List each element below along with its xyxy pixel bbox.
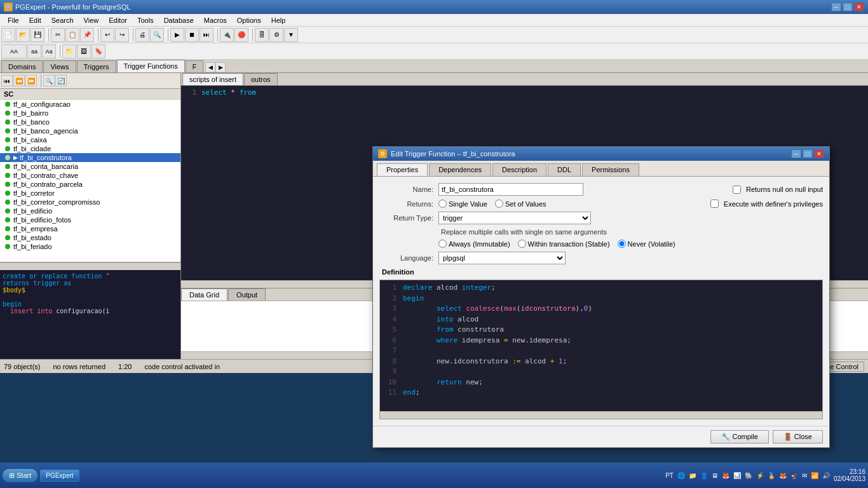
tree-item-16[interactable]: tf_bi_feriado — [0, 242, 180, 251]
tb-print[interactable]: 🖨 — [135, 28, 149, 42]
tree-item-1[interactable]: tf_bi_bairro — [0, 109, 180, 118]
start-button[interactable]: ⊞ Start — [3, 469, 37, 482]
tab-domains[interactable]: Domains — [1, 60, 43, 72]
menu-options[interactable]: Options — [232, 15, 266, 25]
menu-file[interactable]: File — [3, 15, 24, 25]
tb-open[interactable]: 📂 — [16, 28, 30, 42]
tb-disconnect[interactable]: 🔴 — [234, 28, 248, 42]
taskbar-icon-4[interactable]: 🦊 — [722, 472, 729, 479]
tree-area[interactable]: tf_ai_configuracao tf_bi_bairro tf_bi_ba… — [0, 100, 180, 262]
tab-outros[interactable]: outros — [244, 73, 278, 85]
tree-item-9[interactable]: tf_bi_contrato_parcela — [0, 180, 180, 189]
lt-next[interactable]: ⏩ — [25, 75, 37, 86]
dialog-tab-description[interactable]: Description — [492, 163, 546, 176]
code-inner[interactable]: 1234567891011 declare alcod integer; beg… — [380, 280, 822, 411]
tb-redo[interactable]: ↪ — [115, 28, 129, 42]
tree-item-6[interactable]: ▶tf_bi_construtora — [0, 153, 180, 162]
definer-checkbox[interactable] — [710, 200, 719, 208]
lt-prev[interactable]: ⏪ — [13, 75, 25, 86]
menu-macros[interactable]: Macros — [199, 15, 232, 25]
taskbar-icon-8[interactable]: 🏅 — [768, 472, 775, 479]
tb2-aa[interactable]: aa — [27, 44, 41, 58]
code-lines[interactable]: declare alcod integer; begin select coal… — [403, 283, 820, 409]
tb-extras[interactable]: ⚙ — [269, 28, 283, 42]
tab-datagrid[interactable]: Data Grid — [181, 288, 227, 301]
menu-view[interactable]: View — [79, 15, 104, 25]
tb-find[interactable]: 🔍 — [150, 28, 164, 42]
tree-item-0[interactable]: tf_ai_configuracao — [0, 100, 180, 109]
tab-output[interactable]: Output — [228, 288, 266, 301]
menu-search[interactable]: Search — [46, 15, 79, 25]
tab-triggers[interactable]: Triggers — [77, 60, 116, 72]
tb-copy[interactable]: 📋 — [65, 28, 79, 42]
tree-item-12[interactable]: tf_bi_edificio — [0, 207, 180, 215]
vol-stable-radio[interactable] — [518, 240, 526, 248]
tb2-mark[interactable]: 🔖 — [92, 44, 105, 58]
null-checkbox[interactable] — [733, 186, 741, 194]
taskbar-icon-9[interactable]: 🦊 — [779, 472, 787, 479]
dialog-tab-permissions[interactable]: Permissions — [582, 163, 639, 176]
tree-item-3[interactable]: tf_bi_banco_agencia — [0, 126, 180, 135]
taskbar-icon-6[interactable]: 🐘 — [745, 472, 752, 479]
dialog-close-button[interactable]: 🚪 Close — [773, 430, 823, 444]
code-definition-box[interactable]: 1234567891011 declare alcod integer; beg… — [379, 280, 823, 419]
menu-help[interactable]: Help — [266, 15, 291, 25]
tb-cut[interactable]: ✂ — [51, 28, 65, 42]
taskbar-icon-3[interactable]: 🖥 — [712, 472, 718, 479]
tab-prev[interactable]: ◀ — [205, 62, 215, 72]
menu-database[interactable]: Database — [159, 15, 199, 25]
tree-item-2[interactable]: tf_bi_banco — [0, 118, 180, 126]
tree-item-7[interactable]: tf_bi_conta_bancaria — [0, 162, 180, 171]
tb-schema[interactable]: 🗄 — [255, 28, 269, 42]
tree-hscroll[interactable] — [0, 262, 180, 270]
taskbar-icon-2[interactable]: 👤 — [700, 472, 708, 479]
taskbar-pgexpert[interactable]: PGExpert — [40, 470, 79, 482]
tab-scripts-insert[interactable]: scripts of insert — [182, 73, 243, 85]
dialog-max[interactable]: □ — [803, 149, 813, 158]
lt-filter[interactable]: 🔍 — [43, 75, 55, 86]
tb-run[interactable]: ▶ — [170, 28, 184, 42]
returns-single-radio[interactable] — [438, 200, 447, 208]
tb2-zoom[interactable]: AA — [1, 44, 27, 58]
volume-icon[interactable]: 🔊 — [822, 472, 830, 479]
vol-volatile-radio[interactable] — [618, 240, 626, 248]
close-button[interactable]: ✕ — [854, 3, 864, 11]
tree-item-15[interactable]: tf_bi_estado — [0, 233, 180, 242]
tb2-folder[interactable]: 📁 — [62, 44, 76, 58]
taskbar-icon-11[interactable]: ✉ — [802, 472, 807, 479]
tb2-img[interactable]: 🖼 — [77, 44, 91, 58]
lt-refresh[interactable]: 🔄 — [55, 75, 67, 86]
compile-button[interactable]: 🔧 Compile — [710, 430, 768, 444]
vol-immutable-radio[interactable] — [438, 240, 447, 248]
maximize-button[interactable]: □ — [843, 3, 853, 11]
tree-item-5[interactable]: tf_bi_cidade — [0, 144, 180, 153]
menu-tools[interactable]: Tools — [132, 15, 159, 25]
tb2-Aa[interactable]: Aa — [42, 44, 56, 58]
tree-item-13[interactable]: tf_bi_edificio_fotos — [0, 215, 180, 224]
dialog-tab-ddl[interactable]: DDL — [548, 163, 581, 176]
menu-editor[interactable]: Editor — [104, 15, 132, 25]
tab-views[interactable]: Views — [43, 60, 76, 72]
tree-item-14[interactable]: tf_bi_empresa — [0, 224, 180, 233]
tab-trigger-functions[interactable]: Trigger Functions — [117, 60, 185, 72]
tb-dropdown[interactable]: ▼ — [284, 28, 298, 42]
tree-item-4[interactable]: tf_bi_caixa — [0, 135, 180, 144]
tree-item-8[interactable]: tf_bi_contrato_chave — [0, 171, 180, 180]
tb-save[interactable]: 💾 — [31, 28, 44, 42]
tb-paste[interactable]: 📌 — [80, 28, 94, 42]
dialog-min[interactable]: ─ — [791, 149, 801, 158]
tb-undo[interactable]: ↩ — [100, 28, 114, 42]
tb-stop[interactable]: ⏹ — [185, 28, 199, 42]
taskbar-icon-5[interactable]: 📊 — [733, 472, 741, 479]
tab-next[interactable]: ▶ — [215, 62, 226, 72]
menu-edit[interactable]: Edit — [24, 15, 46, 25]
dialog-tab-dependences[interactable]: Dependences — [429, 163, 491, 176]
taskbar-icon-10[interactable]: 🦅 — [790, 472, 798, 479]
return-type-select[interactable]: trigger — [438, 212, 591, 224]
tb-step[interactable]: ⏭ — [200, 28, 214, 42]
minimize-button[interactable]: ─ — [831, 3, 841, 11]
code-hscroll[interactable] — [380, 411, 822, 419]
tab-f[interactable]: F — [186, 60, 204, 72]
language-select[interactable]: plpgsql — [438, 252, 566, 264]
dialog-close[interactable]: ✕ — [814, 149, 824, 158]
